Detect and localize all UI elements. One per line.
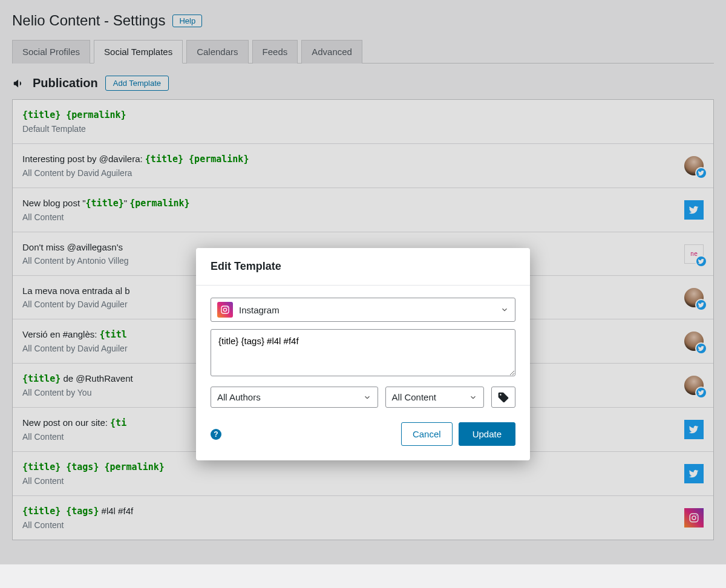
modal-title: Edit Template	[211, 260, 515, 273]
template-content-input[interactable]	[211, 329, 515, 376]
content-select[interactable]: All Content	[385, 387, 484, 408]
modal-filters-row: All Authors All Content	[211, 387, 515, 408]
chevron-down-icon	[500, 305, 509, 314]
modal-body: Instagram All Authors All Content	[196, 286, 530, 413]
update-button[interactable]: Update	[459, 422, 515, 446]
svg-rect-3	[221, 306, 229, 313]
svg-point-4	[223, 308, 226, 311]
tag-icon	[497, 391, 509, 403]
authors-select[interactable]: All Authors	[211, 387, 378, 408]
modal-header: Edit Template	[196, 248, 530, 286]
chevron-down-icon	[469, 393, 477, 402]
platform-name: Instagram	[239, 305, 494, 315]
platform-select[interactable]: Instagram	[211, 298, 515, 322]
modal-footer: ? Cancel Update	[196, 413, 530, 460]
instagram-icon	[217, 302, 233, 318]
svg-point-5	[227, 307, 227, 308]
edit-template-modal: Edit Template Instagram All Authors All …	[196, 248, 530, 460]
help-icon[interactable]: ?	[211, 429, 221, 440]
tag-button[interactable]	[491, 387, 515, 408]
chevron-down-icon	[363, 393, 371, 402]
cancel-button[interactable]: Cancel	[401, 422, 453, 446]
